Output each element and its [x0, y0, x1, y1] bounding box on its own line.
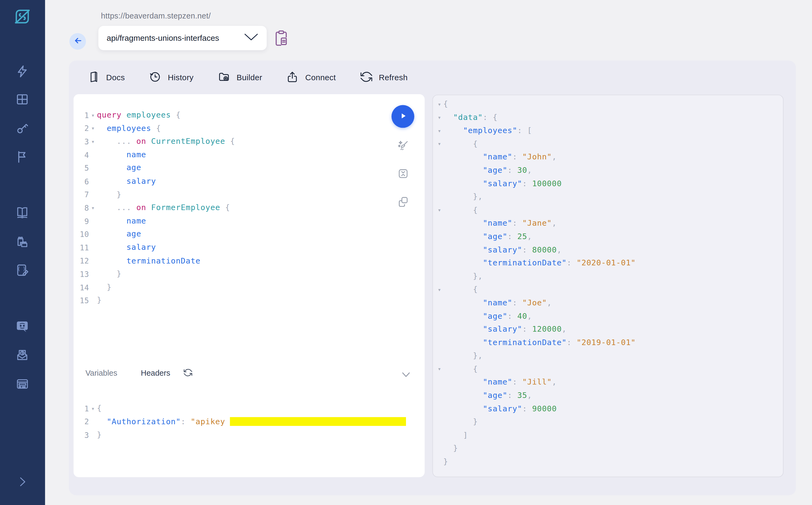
code-line: 3▾ ... on CurrentEmployee { — [74, 135, 425, 148]
fold-arrow-icon[interactable]: ▾ — [435, 137, 443, 151]
line-number: 12 — [74, 257, 89, 265]
history-icon — [149, 70, 162, 85]
code-line: 5 age — [74, 162, 425, 175]
fold-spacer — [435, 303, 443, 304]
refresh-small-icon — [183, 371, 193, 379]
split-window-icon[interactable] — [15, 92, 29, 107]
result-line: "terminationDate": "2020-01-01" — [435, 257, 783, 270]
endpoint-dropdown[interactable]: api/fragments-unions-interfaces — [98, 26, 267, 50]
tab-headers[interactable]: Headers — [141, 368, 170, 377]
fold-spacer — [435, 329, 443, 330]
fold-arrow-icon[interactable]: ▾ — [435, 203, 443, 217]
prettify-button[interactable] — [397, 139, 409, 152]
connect-button[interactable]: Connect — [286, 70, 335, 85]
newsletter-icon[interactable] — [15, 348, 29, 362]
merge-fragments-button[interactable] — [397, 167, 409, 180]
result-line: ▾ { — [435, 363, 783, 376]
docs-icon — [87, 70, 100, 85]
fold-arrow-icon[interactable]: ▾ — [435, 124, 443, 138]
fold-arrow-icon[interactable]: ▾ — [89, 402, 97, 415]
result-line: "age": 25, — [435, 230, 783, 243]
play-icon — [397, 110, 408, 123]
line-number: 9 — [74, 217, 89, 225]
code-line: 2 "Authorization": "apikey — [74, 415, 425, 429]
result-line: "terminationDate": "2019-01-01" — [435, 336, 783, 349]
fold-spacer — [89, 301, 97, 301]
query-editor[interactable]: 1▾query employees {2▾ employees {3▾ ... … — [74, 109, 425, 307]
result-line: } — [435, 442, 783, 455]
docs-label: Docs — [106, 73, 125, 82]
result-line: }, — [435, 190, 783, 204]
connect-icon — [286, 70, 299, 85]
result-line: ▾ { — [435, 283, 783, 297]
fold-spacer — [435, 462, 443, 462]
back-button[interactable] — [69, 33, 86, 50]
fold-spacer — [89, 155, 97, 155]
result-panel[interactable]: ▾{▾ "data": {▾ "employees": [▾ { "name":… — [432, 95, 784, 477]
fold-arrow-icon[interactable]: ▾ — [435, 283, 443, 297]
run-query-button[interactable] — [392, 105, 414, 128]
fold-arrow-icon[interactable]: ▾ — [435, 98, 443, 111]
code-line: 14 } — [74, 281, 425, 294]
refresh-button[interactable]: Refresh — [360, 70, 408, 85]
refresh-icon — [360, 70, 373, 85]
builder-button[interactable]: Builder — [218, 70, 262, 85]
key-icon[interactable] — [15, 121, 29, 136]
fold-spacer — [435, 223, 443, 224]
collapse-section-chevron-icon[interactable] — [402, 370, 410, 376]
blocks-icon[interactable] — [15, 234, 29, 248]
fold-spacer — [435, 409, 443, 409]
result-line: "salary": 100000 — [435, 177, 783, 190]
result-line: ▾ "data": { — [435, 111, 783, 124]
tab-variables[interactable]: Variables — [86, 368, 117, 377]
line-number: 2 — [74, 125, 89, 133]
flag-icon[interactable] — [15, 149, 29, 164]
copy-endpoint-button[interactable] — [273, 29, 289, 47]
fold-spacer — [89, 168, 97, 169]
line-number: 8 — [74, 204, 89, 212]
fold-spacer — [435, 356, 443, 356]
fold-arrow-icon[interactable]: ▾ — [435, 362, 443, 376]
book-icon[interactable] — [15, 205, 29, 219]
fold-arrow-icon[interactable]: ▾ — [89, 135, 97, 149]
code-edit-icon[interactable]: { } — [15, 263, 29, 278]
clipboard-icon — [273, 41, 289, 48]
result-line: "name": "Jill", — [435, 376, 783, 389]
fold-spacer — [435, 277, 443, 277]
fold-spacer — [435, 449, 443, 449]
result-line: }, — [435, 270, 783, 283]
fold-spacer — [89, 181, 97, 182]
browser-form-icon[interactable] — [15, 377, 29, 391]
fold-spacer — [435, 316, 443, 317]
result-line: "name": "Joe", — [435, 297, 783, 310]
stepzen-logo[interactable] — [13, 6, 31, 29]
code-line: 1▾query employees { — [74, 109, 425, 122]
headers-editor[interactable]: 1▾{2 "Authorization": "apikey 3} — [74, 402, 425, 442]
fold-arrow-icon[interactable]: ▾ — [435, 111, 443, 125]
sidebar-expand-chevron-icon[interactable] — [16, 475, 29, 488]
line-number: 3 — [74, 138, 89, 146]
svg-text:{ }: { } — [17, 266, 25, 272]
reset-headers-button[interactable] — [183, 368, 193, 377]
history-button[interactable]: History — [149, 70, 193, 85]
fold-spacer — [89, 221, 97, 222]
line-number: 1 — [74, 111, 89, 120]
line-number: 10 — [74, 230, 89, 238]
result-line: "age": 30, — [435, 164, 783, 177]
fold-spacer — [435, 237, 443, 237]
code-line: 2▾ employees { — [74, 122, 425, 135]
fold-spacer — [89, 261, 97, 262]
docs-button[interactable]: Docs — [87, 70, 125, 85]
fold-arrow-icon[interactable]: ▾ — [89, 201, 97, 215]
fold-arrow-icon[interactable]: ▾ — [89, 122, 97, 135]
fold-arrow-icon[interactable]: ▾ — [89, 109, 97, 122]
fold-spacer — [89, 274, 97, 275]
explorer-toolbar: Docs History Builder — [87, 70, 408, 85]
result-line: "name": "Jane", — [435, 217, 783, 230]
result-line: "age": 40, — [435, 310, 783, 323]
code-line: 12 terminationDate — [74, 255, 425, 268]
discord-icon[interactable] — [15, 319, 29, 333]
line-number: 6 — [74, 177, 89, 186]
lightning-icon[interactable] — [15, 64, 29, 78]
copy-query-button[interactable] — [397, 195, 409, 208]
